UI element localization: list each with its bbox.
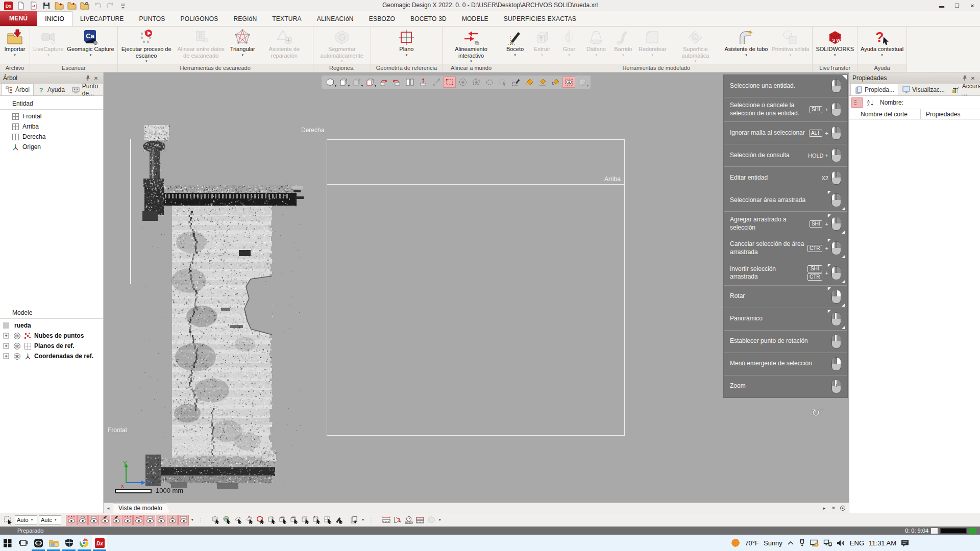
selection-filter-select[interactable]: Autc▾ [39, 515, 61, 525]
file-explorer-app[interactable] [46, 535, 61, 551]
usb-icon[interactable] [799, 539, 805, 547]
geomagic-capture-button[interactable]: CaGeomagic Capture▾ [66, 28, 115, 58]
fill-region-button[interactable]: ▾ [523, 77, 535, 88]
sync-icon[interactable] [810, 539, 819, 547]
tab-superficies-exactas[interactable]: SUPERFICIES EXACTAS [496, 12, 584, 26]
strip-caret-icon[interactable]: ▾ [439, 518, 441, 522]
solidworks-button[interactable]: SWSOLIDWORKS▾ [815, 28, 855, 58]
selection-filter-icon[interactable] [3, 515, 13, 525]
hint-ignore-mesh[interactable]: Ignorar malla al seleccionar ALT + ◤◢↕ [724, 122, 847, 144]
close-icon[interactable]: ✕ [965, 0, 980, 11]
livecapture-button[interactable]: LiveCapture▾ [32, 28, 64, 58]
export-file-button[interactable] [66, 1, 78, 11]
group-by-tree-button[interactable] [851, 97, 863, 108]
visibility-eye-icon[interactable] [13, 332, 21, 340]
diafano-button[interactable]: Diáfano▾ [583, 28, 609, 58]
tab-poligonos[interactable]: POLíGONOS [173, 12, 226, 26]
triangular-button[interactable]: Triangular▾ [229, 28, 256, 58]
pick-polyline[interactable] [244, 515, 255, 525]
asistente-tubo-button[interactable]: Asistente de tubo▾ [723, 28, 769, 58]
measure-radius-button[interactable] [403, 515, 414, 525]
toggle-pointcloud-visibility[interactable] [66, 515, 77, 525]
viewport[interactable]: Derecha Arriba Frontal ▾▾▾▾▾▾▾▾▾▾▾▾▾▾▾▾▾… [104, 72, 849, 503]
hint-toggle-select[interactable]: Seleccione o cancele la selección de una… [724, 97, 847, 122]
language-indicator[interactable]: ENG [850, 539, 864, 547]
toggle-refpoints-visibility[interactable] [122, 515, 133, 525]
entity-arriba[interactable]: Arriba [0, 121, 103, 132]
view-normal-button[interactable]: ▾ [416, 77, 429, 88]
toggle-curves-visibility[interactable] [133, 515, 144, 525]
tree-tab-punto[interactable]: Punto de... [68, 84, 103, 95]
model-planos-de-ref[interactable]: Planos de ref. [0, 341, 103, 351]
hint-zoom[interactable]: Zoom ◤◢↕ [724, 375, 847, 397]
tree-tab-ayuda[interactable]: ?Ayuda [34, 84, 68, 95]
maximize-icon[interactable]: ❐ [949, 0, 965, 11]
props-tab-accuracy[interactable]: Accuracy ... [948, 84, 980, 95]
tab-region[interactable]: REGIóN [226, 12, 264, 26]
hint-cancel-drag-select[interactable]: Cancelar selección de área arrastrada CT… [724, 236, 847, 261]
close-view-button[interactable]: ✕ [829, 504, 838, 512]
hint-selection-popup[interactable]: Menú emergente de selección ◤◢↕ [724, 353, 847, 375]
tab-livecapture[interactable]: LIVECAPTURE [72, 12, 132, 26]
pick-plane[interactable] [233, 515, 243, 525]
pick-vertex[interactable] [311, 515, 322, 525]
toggle-measurements-visibility[interactable] [178, 515, 189, 525]
strip-caret-icon[interactable]: ▾ [191, 518, 193, 522]
scroll-views-left-icon[interactable]: ◂ [104, 504, 113, 513]
barrido-button[interactable]: Barrido▾ [610, 28, 636, 58]
fill-visible-button[interactable]: ▾ [536, 77, 549, 88]
clock[interactable]: 11:31 AM [869, 539, 896, 547]
weather-sun-icon[interactable] [731, 538, 740, 547]
tab-menu[interactable]: MENÚ [0, 11, 37, 26]
column-header[interactable]: Nombre del corte [849, 109, 921, 119]
dx-logo[interactable]: Dx [2, 1, 14, 11]
measure-line-button[interactable]: ▾ [430, 77, 443, 88]
media-player-app[interactable] [31, 535, 46, 551]
props-tab-propiedades[interactable]: Propieda... [850, 84, 898, 95]
toggle-mesh-visibility[interactable] [77, 515, 88, 525]
segmentar-button[interactable]: ASegmentar automáticamente▾ [315, 28, 369, 64]
toggle-coordinates-visibility[interactable] [167, 515, 178, 525]
hint-rotate[interactable]: Rotar ◤◢↕ [724, 286, 847, 308]
measure-angle-button[interactable] [392, 515, 403, 525]
tab-esbozo[interactable]: ESBOZO [361, 12, 403, 26]
pick-ref-plane[interactable] [323, 515, 333, 525]
column-header[interactable]: Propiedades [921, 111, 960, 118]
select-circle-button[interactable]: ▾ [456, 77, 469, 88]
boceto-button[interactable]: Boceto▾ [502, 28, 528, 58]
selection-mode-select[interactable]: Auto▾ [15, 515, 37, 525]
sort-az-button[interactable]: AZ [865, 97, 876, 108]
visibility-eye-icon[interactable] [13, 352, 21, 360]
pick-surface-face[interactable] [289, 515, 300, 525]
toggle-polylines-visibility[interactable] [156, 515, 166, 525]
redondear-button[interactable]: Redondear▾ [638, 28, 667, 58]
network-icon[interactable] [823, 539, 832, 546]
weather-desc[interactable]: Sunny [764, 539, 782, 547]
pick-face[interactable] [300, 515, 311, 525]
view-menu-button[interactable] [839, 504, 847, 512]
hint-add-drag-select[interactable]: Agregar arrastrado a selección SHI + ◤◢↕ [724, 212, 847, 236]
toggle-sketch-visibility[interactable] [100, 515, 110, 525]
open-file-button[interactable] [28, 1, 40, 11]
show-selection-only-button[interactable]: ▾ [562, 77, 575, 88]
expand-icon[interactable] [2, 342, 10, 350]
fill-through-button[interactable]: ▾ [549, 77, 562, 88]
close-icon[interactable]: ✕ [969, 74, 977, 82]
tab-modele[interactable]: MODELE [454, 12, 496, 26]
panel-resize-grip[interactable] [842, 75, 847, 80]
tab-textura[interactable]: TEXTURA [264, 12, 309, 26]
mesh-display-options-button[interactable] [426, 515, 436, 525]
hint-invert-drag-select[interactable]: Invertir selección arrastrada SHICTR + ◤… [724, 261, 847, 286]
asistente-reparacion-button[interactable]: Asistente de reparación▾ [258, 28, 311, 59]
pick-colored-mesh[interactable] [222, 515, 232, 525]
display-options-button[interactable]: ▾ [576, 77, 589, 88]
pick-sketch[interactable] [334, 515, 345, 525]
save-file-button[interactable] [40, 1, 53, 11]
pick-region[interactable] [255, 515, 266, 525]
redo-button[interactable] [104, 1, 116, 11]
volume-icon[interactable] [837, 539, 845, 547]
copy-view-button[interactable] [349, 515, 360, 525]
superficie-automatica-button[interactable]: ASuperficie automática▾ [669, 28, 722, 64]
tab-puntos[interactable]: PUNTOS [132, 12, 173, 26]
pick-mesh[interactable] [210, 515, 221, 525]
